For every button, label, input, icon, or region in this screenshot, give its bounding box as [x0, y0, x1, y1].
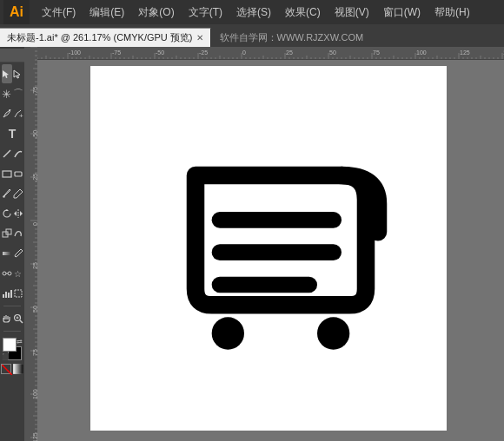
line-segment-tool-button[interactable] [2, 144, 12, 163]
svg-line-24 [20, 320, 23, 323]
svg-rect-6 [15, 172, 22, 176]
tab-bar: 未标题-1.ai* @ 261.17% (CMYK/GPU 预览) ✕ 软件自学… [0, 24, 504, 47]
svg-rect-18 [3, 294, 4, 298]
rectangle-tool-button[interactable] [2, 164, 12, 183]
menu-view[interactable]: 视图(V) [328, 0, 376, 24]
arc-tool-button[interactable] [13, 144, 23, 163]
artboard-button[interactable] [13, 284, 23, 303]
document-canvas [90, 66, 447, 431]
tab-label: 未标题-1.ai* @ 261.17% (CMYK/GPU 预览) [7, 31, 193, 44]
main-area: ✳ ⌒ + T [0, 47, 504, 441]
svg-rect-28 [13, 364, 23, 374]
svg-point-274 [212, 317, 244, 349]
reflect-tool-button[interactable] [13, 204, 23, 223]
hand-zoom-tools [2, 309, 23, 328]
ruler-corner [0, 49, 24, 63]
svg-rect-161 [24, 47, 37, 441]
svg-text:75: 75 [373, 49, 380, 56]
ruler-h-svg: -100-75-50-250255075100125150 [24, 47, 504, 60]
svg-text:-50: -50 [32, 130, 37, 139]
menu-effect[interactable]: 效果(C) [278, 0, 328, 24]
menu-select[interactable]: 选择(S) [229, 0, 278, 24]
pencil-tool-button[interactable] [13, 184, 23, 203]
menu-bar: Ai 文件(F) 编辑(E) 对象(O) 文字(T) 选择(S) 效果(C) 视… [0, 0, 504, 24]
svg-marker-0 [3, 70, 9, 78]
svg-text:-75: -75 [32, 87, 37, 95]
svg-text:125: 125 [460, 49, 470, 56]
svg-text:25: 25 [286, 49, 293, 56]
svg-rect-20 [8, 293, 10, 298]
foreground-color-swatch[interactable] [3, 338, 17, 352]
gradient-fill-button[interactable] [13, 364, 23, 374]
select-tool-button[interactable] [2, 64, 12, 83]
swap-colors-button[interactable]: ⇄ [17, 338, 23, 346]
svg-marker-11 [20, 211, 23, 216]
add-anchor-tool-button[interactable]: + [13, 104, 23, 123]
document-tab-active[interactable]: 未标题-1.ai* @ 261.17% (CMYK/GPU 预览) ✕ [0, 28, 211, 47]
canvas-area: -100-75-50-250255075100125150 -75-50-250… [24, 47, 504, 441]
svg-text:0: 0 [32, 222, 37, 226]
pen-tools: + [2, 104, 23, 123]
gradient-tool-button[interactable] [2, 244, 12, 263]
svg-point-15 [3, 272, 6, 275]
chart-tools [2, 284, 23, 303]
brush-tools [2, 184, 23, 203]
rotate-tool-button[interactable] [2, 204, 12, 223]
tab-close-button[interactable]: ✕ [196, 33, 203, 43]
direct-select-tool-button[interactable] [13, 64, 23, 83]
svg-text:0: 0 [242, 49, 246, 56]
lasso-tool-button[interactable]: ⌒ [13, 84, 23, 103]
svg-point-7 [3, 195, 4, 197]
shopping-cart-artwork [147, 127, 390, 370]
ai-logo-button[interactable]: Ai [3, 0, 30, 24]
svg-rect-5 [3, 171, 11, 177]
svg-text:50: 50 [329, 49, 336, 56]
magic-lasso-tools: ✳ ⌒ [2, 84, 23, 103]
paintbrush-tool-button[interactable] [2, 184, 12, 203]
blend-tool-button[interactable] [2, 264, 12, 283]
svg-rect-14 [3, 252, 11, 255]
symbol-sprayer-button[interactable]: ☆ [13, 264, 23, 283]
magic-wand-tool-button[interactable]: ✳ [2, 84, 12, 103]
svg-text:-100: -100 [69, 49, 81, 56]
menu-help[interactable]: 帮助(H) [428, 0, 477, 24]
scale-tool-button[interactable] [2, 224, 12, 243]
svg-rect-21 [10, 290, 12, 298]
svg-text:-25: -25 [32, 174, 37, 182]
hand-tool-button[interactable] [2, 309, 12, 328]
svg-text:-75: -75 [112, 49, 121, 56]
warp-tool-button[interactable] [13, 224, 23, 243]
svg-marker-10 [14, 211, 17, 216]
svg-text:-25: -25 [199, 49, 208, 56]
reset-colors-button[interactable]: ⬛ [2, 353, 10, 360]
shape-tools [2, 164, 23, 183]
pen-tool-button[interactable] [2, 104, 12, 123]
svg-rect-29 [24, 47, 504, 60]
blend-symbol-tools: ☆ [2, 264, 23, 283]
selection-tools [2, 64, 23, 83]
svg-rect-22 [15, 290, 22, 297]
menu-edit[interactable]: 编辑(E) [83, 0, 131, 24]
menu-type[interactable]: 文字(T) [182, 0, 229, 24]
line-tools [2, 144, 23, 163]
column-chart-button[interactable] [2, 284, 12, 303]
eyedropper-tool-button[interactable] [13, 244, 23, 263]
svg-text:+: + [19, 112, 23, 119]
toolbar-separator-2 [3, 331, 21, 332]
zoom-tool-button[interactable] [13, 309, 23, 328]
svg-point-2 [9, 109, 10, 111]
menu-file[interactable]: 文件(F) [35, 0, 83, 24]
no-fill-button[interactable] [1, 364, 11, 374]
type-tool-button[interactable]: T [2, 124, 23, 143]
menu-window[interactable]: 窗口(W) [376, 0, 428, 24]
svg-text:100: 100 [32, 389, 37, 399]
svg-line-27 [2, 365, 12, 375]
svg-rect-19 [5, 292, 7, 298]
color-swatch-area: ⇄ ⬛ [0, 336, 24, 362]
horizontal-ruler: -100-75-50-250255075100125150 [24, 47, 504, 60]
transform-tools [2, 204, 23, 223]
svg-point-16 [8, 272, 11, 275]
eraser-tool-button[interactable] [13, 164, 23, 183]
svg-point-275 [317, 317, 349, 349]
menu-object[interactable]: 对象(O) [131, 0, 181, 24]
